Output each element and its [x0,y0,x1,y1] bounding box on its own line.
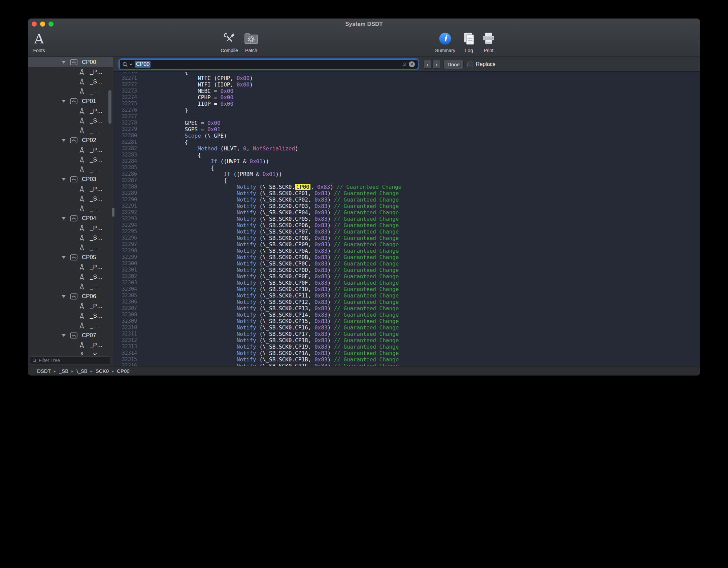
tree-item[interactable]: _S… [28,116,113,126]
tree-group-cp02[interactable]: CP02 [28,135,113,145]
code-line[interactable]: 32281 { [113,139,700,145]
search-input[interactable]: CP00 [135,61,151,68]
code-line[interactable]: 32271 NTFC (CPHP, 0x00) [113,75,700,81]
code-line[interactable]: 32282 Method (HLVT, 0, NotSerialized) [113,145,700,152]
titlebar[interactable]: System DSDT [28,19,700,29]
tree-group-cp00[interactable]: CP00 [28,57,113,67]
code-line[interactable]: 32308 Notify (\_SB.SCK0.CP14, 0x83) // G… [113,312,700,318]
code-line[interactable]: 32274 CPHP = 0x00 [113,94,700,101]
disclosure-triangle-icon[interactable] [62,178,66,181]
code-line[interactable]: 32292 Notify (\_SB.SCK0.CP04, 0x83) // G… [113,209,700,216]
code-line[interactable]: 32286 If ((PRBM & 0x01)) [113,171,700,177]
code-line[interactable]: 32300 Notify (\_SB.SCK0.CP0C, 0x83) // G… [113,260,700,267]
code-line[interactable]: 32316 Notify (\_SB.SCK0.CP1C, 0x83) // G… [113,363,700,366]
tree-item[interactable]: _P… [28,262,113,272]
breadcrumb-item[interactable]: SCK0 [96,368,109,374]
tree-item[interactable]: _S… [28,233,113,243]
code-line[interactable]: 32290 Notify (\_SB.SCK0.CP02, 0x83) // G… [113,197,700,203]
code-line[interactable]: 32280 Scope (\_GPE) [113,133,700,139]
code-line[interactable]: 32272 NTFI (IIOP, 0x00) [113,81,700,88]
code-line[interactable]: 32277 [113,113,700,120]
code-line[interactable]: 32310 Notify (\_SB.SCK0.CP16, 0x83) // G… [113,324,700,331]
tree-item[interactable]: _… [28,86,113,96]
tree-item[interactable]: _S… [28,155,113,165]
tree-item[interactable]: _P… [28,67,113,77]
tree-item[interactable]: _… [28,204,113,213]
code-line[interactable]: 32291 Notify (\_SB.SCK0.CP03, 0x83) // G… [113,203,700,209]
tree-item[interactable]: _S… [28,350,113,355]
tree-item[interactable]: _P… [28,184,113,194]
code-line[interactable]: 32315 Notify (\_SB.SCK0.CP1B, 0x83) // G… [113,356,700,363]
tree-item[interactable]: _P… [28,223,113,233]
tree-item[interactable]: _… [28,243,113,252]
disclosure-triangle-icon[interactable] [62,61,66,64]
tree-item[interactable]: _P… [28,106,113,116]
disclosure-triangle-icon[interactable] [62,295,66,298]
code-line[interactable]: 32296 Notify (\_SB.SCK0.CP08, 0x83) // G… [113,235,700,241]
breadcrumb-item[interactable]: CP00 [117,368,130,374]
code-line[interactable]: 32314 Notify (\_SB.SCK0.CP1A, 0x83) // G… [113,350,700,356]
clear-search-icon[interactable]: ✕ [409,61,415,67]
code-line[interactable]: 32297 Notify (\_SB.SCK0.CP09, 0x83) // G… [113,241,700,248]
disclosure-triangle-icon[interactable] [62,217,66,220]
code-line[interactable]: 32283 { [113,152,700,158]
code-line[interactable]: 32294 Notify (\_SB.SCK0.CP06, 0x83) // G… [113,222,700,228]
code-line[interactable]: 32285 { [113,165,700,171]
tree-group-cp06[interactable]: CP06 [28,291,113,301]
disclosure-triangle-icon[interactable] [62,139,66,142]
done-button[interactable]: Done [443,60,464,69]
code-line[interactable]: 32307 Notify (\_SB.SCK0.CP13, 0x83) // G… [113,305,700,312]
code-line[interactable]: 32288 Notify (\_SB.SCK0.CP00, 0x83) // G… [113,184,700,190]
tree-item[interactable]: _P… [28,340,113,350]
code-line[interactable]: 32289 Notify (\_SB.SCK0.CP01, 0x83) // G… [113,190,700,197]
code-line[interactable]: 32284 If ((HWPI & 0x01)) [113,158,700,165]
sidebar-scrollbar[interactable] [108,90,111,124]
code-line[interactable]: 32311 Notify (\_SB.SCK0.CP17, 0x83) // G… [113,331,700,337]
tree-item[interactable]: _S… [28,272,113,282]
fonts-button[interactable]: A Fonts [28,30,50,53]
breadcrumb-item[interactable]: _SB [59,368,68,374]
code-line[interactable]: 32270 { [113,72,700,75]
summary-button[interactable]: i Summary [431,30,459,53]
tree-group-cp01[interactable]: CP01 [28,96,113,106]
tree-item[interactable]: _… [28,165,113,174]
tree-item[interactable]: _P… [28,301,113,311]
disclosure-triangle-icon[interactable] [62,100,66,103]
tree-item[interactable]: _… [28,282,113,291]
code-line[interactable]: 32309 Notify (\_SB.SCK0.CP15, 0x83) // G… [113,318,700,324]
code-line[interactable]: 32313 Notify (\_SB.SCK0.CP19, 0x83) // G… [113,344,700,350]
code-line[interactable]: 32303 Notify (\_SB.SCK0.CP0F, 0x83) // G… [113,280,700,286]
code-line[interactable]: 32279 SGPS = 0x01 [113,126,700,133]
tree-group-cp03[interactable]: CP03 [28,174,113,184]
breadcrumb-item[interactable]: DSDT [37,368,51,374]
tree-item[interactable]: _S… [28,77,113,86]
search-field[interactable]: CP00 3 ✕ [119,59,418,69]
breadcrumb-item[interactable]: \_SB [76,368,88,374]
code-line[interactable]: 32304 Notify (\_SB.SCK0.CP10, 0x83) // G… [113,286,700,292]
tree-group-cp04[interactable]: CP04 [28,213,113,223]
code-line[interactable]: 32295 Notify (\_SB.SCK0.CP07, 0x83) // G… [113,228,700,235]
code-line[interactable]: 32299 Notify (\_SB.SCK0.CP0B, 0x83) // G… [113,254,700,260]
tree-item[interactable]: _… [28,321,113,330]
code-editor[interactable]: 32270 {32271 NTFC (CPHP, 0x00)32272 NTFI… [113,72,700,366]
code-line[interactable]: 32287 { [113,177,700,184]
log-button[interactable]: Log [459,30,479,53]
code-line[interactable]: 32312 Notify (\_SB.SCK0.CP18, 0x83) // G… [113,337,700,344]
filter-tree-input[interactable]: Filter Tree [30,356,111,364]
code-line[interactable]: 32298 Notify (\_SB.SCK0.CP0A, 0x83) // G… [113,248,700,254]
code-line[interactable]: 32301 Notify (\_SB.SCK0.CP0D, 0x83) // G… [113,267,700,273]
pane-splitter[interactable] [112,208,114,217]
tree-item[interactable]: _P… [28,145,113,155]
tree-group-cp05[interactable]: CP05 [28,252,113,262]
code-line[interactable]: 32273 MEBC = 0x00 [113,88,700,94]
find-next-button[interactable]: › [432,60,441,69]
print-button[interactable]: Print [479,30,498,53]
code-line[interactable]: 32306 Notify (\_SB.SCK0.CP12, 0x83) // G… [113,299,700,305]
code-line[interactable]: 32305 Notify (\_SB.SCK0.CP11, 0x83) // G… [113,292,700,299]
code-line[interactable]: 32276 } [113,107,700,113]
patch-button[interactable]: Patch [239,30,263,53]
code-line[interactable]: 32275 IIOP = 0x00 [113,101,700,107]
find-previous-button[interactable]: ‹ [423,60,432,69]
disclosure-triangle-icon[interactable] [62,256,66,259]
code-line[interactable]: 32278 GPEC = 0x00 [113,120,700,126]
